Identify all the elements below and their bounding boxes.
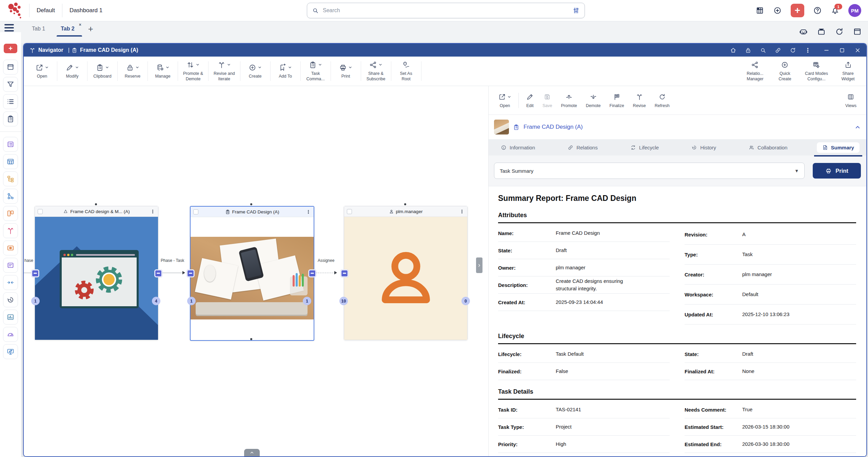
- graph-canvas[interactable]: hase Phase - Task Assignee Frame CAD des…: [24, 86, 488, 456]
- Relatio... Manager[interactable]: Relatio... Manager: [740, 57, 770, 86]
- nav-dashboard[interactable]: Dashboard 1: [62, 0, 110, 21]
- nav-default[interactable]: Default: [29, 0, 62, 21]
- sidebar-item-graph[interactable]: [3, 189, 18, 204]
- Lifecycle[interactable]: Lifecycle: [627, 142, 662, 153]
- connector-handle[interactable]: [341, 270, 348, 277]
- Quick Create[interactable]: Quick Create: [770, 57, 800, 86]
- Open[interactable]: Open: [27, 57, 57, 86]
- sidebar-item-converge[interactable]: [3, 275, 18, 290]
- Information[interactable]: Information: [497, 142, 538, 153]
- node-frame-cad-design-m[interactable]: Frame CAD design & M... (A): [35, 206, 158, 340]
- window-layout-icon[interactable]: [853, 27, 862, 36]
- panel-expander-button[interactable]: [476, 257, 482, 273]
- sidebar-item-monitor-sync[interactable]: [3, 344, 18, 359]
- notifications[interactable]: 1: [831, 6, 840, 15]
- connector-handle[interactable]: [155, 270, 162, 277]
- kebab-icon[interactable]: [805, 47, 811, 54]
- item-title-link[interactable]: Frame CAD Design (A): [524, 124, 583, 130]
- sliders-icon[interactable]: [572, 7, 580, 14]
- Modify[interactable]: Modify: [57, 57, 87, 86]
- node-frame-cad-design[interactable]: Frame CAD Design (A): [190, 206, 314, 341]
- Edit[interactable]: Edit: [518, 93, 538, 108]
- Share & Subscribe[interactable]: Share & Subscribe: [361, 57, 391, 86]
- Manage[interactable]: Manage: [148, 57, 178, 86]
- briefcase-icon[interactable]: [817, 27, 826, 36]
- views-button[interactable]: Views: [841, 93, 861, 108]
- Promote[interactable]: Promote: [557, 93, 581, 108]
- sidebar-add-button[interactable]: +: [4, 44, 17, 53]
- node-plm-manager[interactable]: plm.manager: [344, 206, 468, 340]
- node-anchor-dot[interactable]: [404, 203, 406, 205]
- node-anchor-dot[interactable]: [95, 203, 97, 205]
- Reserve[interactable]: Reserve: [118, 57, 147, 86]
- global-search[interactable]: [307, 3, 585, 18]
- tab-1[interactable]: Tab 1: [30, 23, 47, 35]
- search-icon[interactable]: [760, 47, 766, 54]
- sidebar-item-history[interactable]: [3, 292, 18, 307]
- add-tab-button[interactable]: +: [88, 24, 93, 33]
- help-icon[interactable]: [813, 6, 822, 15]
- add-circle-icon[interactable]: [773, 6, 782, 15]
- connector-handle[interactable]: [187, 270, 194, 277]
- Save[interactable]: Save: [538, 93, 557, 108]
- Card Modes Configu...[interactable]: Card Modes Configu...: [800, 57, 833, 86]
- grid-export-icon[interactable]: [755, 6, 764, 15]
- kebab-icon[interactable]: [150, 209, 155, 214]
- Promote & Demote[interactable]: Promote & Demote: [178, 57, 208, 86]
- print-button[interactable]: Print: [813, 163, 861, 179]
- home-icon[interactable]: [730, 47, 736, 54]
- hamburger-menu-icon[interactable]: [4, 24, 14, 32]
- sidebar-item-clipboard[interactable]: [3, 111, 18, 126]
- search-input[interactable]: [322, 7, 572, 14]
- sidebar-item-preview[interactable]: [3, 241, 18, 255]
- collapse-chevron-up-icon[interactable]: [854, 124, 861, 130]
- node-anchor-dot[interactable]: [250, 338, 252, 340]
- Clipboard[interactable]: Clipboard: [87, 57, 117, 86]
- tab-2[interactable]: Tab 2×: [59, 23, 77, 35]
- sidebar-item-table[interactable]: [3, 154, 18, 169]
- sidebar-item-filter[interactable]: [3, 77, 18, 92]
- kebab-icon[interactable]: [459, 209, 465, 214]
- square-icon[interactable]: [839, 47, 845, 54]
- sidebar-item-content-tabs[interactable]: [3, 60, 18, 75]
- Revise and Iterate[interactable]: Revise and Iterate: [209, 57, 240, 86]
- sidebar-item-list[interactable]: [3, 94, 18, 109]
- node-checkbox[interactable]: [193, 209, 198, 214]
- node-checkbox[interactable]: [347, 209, 352, 214]
- item-thumbnail[interactable]: [494, 120, 509, 134]
- sidebar-item-gauge[interactable]: [3, 327, 18, 342]
- tab-close-icon[interactable]: ×: [79, 22, 81, 27]
- Summary[interactable]: Summary: [817, 142, 860, 153]
- bottom-panel-toggle[interactable]: [244, 449, 260, 456]
- summary-report[interactable]: Summary Report: Frame CAD Design Attribu…: [489, 186, 866, 456]
- connector-handle[interactable]: [32, 270, 39, 277]
- Set As Root[interactable]: Set As Root: [391, 57, 421, 86]
- node-anchor-dot[interactable]: [250, 203, 252, 205]
- Add To[interactable]: Add To: [271, 57, 300, 86]
- Print[interactable]: Print: [331, 57, 361, 86]
- Collaboration[interactable]: Collaboration: [745, 142, 791, 153]
- assistant-bot-icon[interactable]: [799, 27, 808, 36]
- minus-icon[interactable]: [823, 47, 830, 54]
- Task Comma...[interactable]: Task Comma...: [301, 57, 331, 86]
- node-checkbox[interactable]: [38, 209, 43, 214]
- refresh-icon[interactable]: [790, 47, 796, 54]
- link-icon[interactable]: [775, 47, 781, 54]
- kebab-icon[interactable]: [306, 209, 311, 214]
- report-type-select[interactable]: Task Summary ▼: [494, 163, 805, 179]
- sidebar-item-hierarchy[interactable]: [3, 171, 18, 186]
- Demote[interactable]: Demote: [581, 93, 605, 108]
- Relations[interactable]: Relations: [564, 142, 601, 153]
- lock-icon[interactable]: [745, 47, 751, 54]
- History[interactable]: History: [688, 142, 719, 153]
- connector-handle[interactable]: [309, 270, 316, 277]
- sidebar-item-cards[interactable]: [3, 258, 18, 273]
- Share Widget[interactable]: Share Widget: [833, 57, 863, 86]
- sidebar-item-form[interactable]: [3, 137, 18, 152]
- refresh-icon[interactable]: [835, 27, 844, 36]
- Finalize[interactable]: Finalize: [605, 93, 629, 108]
- sidebar-item-branch[interactable]: [3, 223, 18, 238]
- close-icon[interactable]: [854, 47, 861, 54]
- sidebar-item-kanban[interactable]: [3, 206, 18, 221]
- Open[interactable]: Open: [494, 93, 516, 108]
